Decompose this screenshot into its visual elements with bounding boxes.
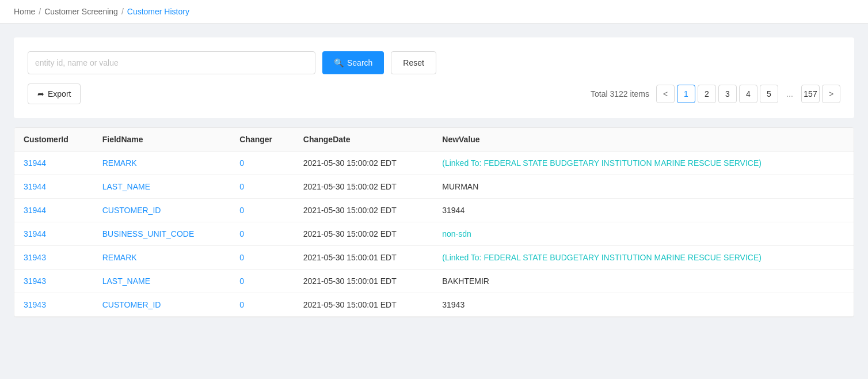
table-row: 31944REMARK02021-05-30 15:00:02 EDT(Link…: [14, 151, 854, 175]
last-page-button[interactable]: 157: [801, 85, 820, 103]
cell-changer: 0: [230, 246, 294, 270]
pagination-info: Total 3122 items: [591, 89, 649, 98]
cell-change-date: 2021-05-30 15:00:02 EDT: [294, 222, 433, 246]
cell-new-value: MURMAN: [433, 175, 854, 199]
toolbar-row: ➦ Export Total 3122 items < 1 2 3 4 5 ..…: [28, 84, 840, 104]
cell-field-name[interactable]: CUSTOMER_ID: [93, 293, 230, 317]
cell-new-value: BAKHTEMIR: [433, 270, 854, 293]
breadcrumb-home[interactable]: Home: [14, 7, 35, 16]
cell-new-value: non-sdn: [433, 222, 854, 246]
cell-field-name[interactable]: CUSTOMER_ID: [93, 199, 230, 222]
export-button[interactable]: ➦ Export: [28, 84, 81, 104]
cell-change-date: 2021-05-30 15:00:01 EDT: [294, 270, 433, 293]
table-row: 31944LAST_NAME02021-05-30 15:00:02 EDTMU…: [14, 175, 854, 199]
breadcrumb-current: Customer History: [127, 7, 189, 16]
col-customer-id: CustomerId: [14, 128, 93, 151]
table-row: 31943CUSTOMER_ID02021-05-30 15:00:01 EDT…: [14, 293, 854, 317]
cell-new-value: (Linked To: FEDERAL STATE BUDGETARY INST…: [433, 151, 854, 175]
page-3-button[interactable]: 3: [718, 85, 737, 103]
cell-field-name[interactable]: LAST_NAME: [93, 270, 230, 293]
cell-field-name[interactable]: REMARK: [93, 246, 230, 270]
data-table: CustomerId FieldName Changer ChangeDate …: [14, 128, 854, 317]
cell-customer-id[interactable]: 31943: [14, 246, 93, 270]
prev-page-button[interactable]: <: [656, 85, 675, 103]
cell-changer: 0: [230, 270, 294, 293]
cell-changer: 0: [230, 293, 294, 317]
search-row: 🔍 Search Reset: [28, 51, 840, 74]
table-section: CustomerId FieldName Changer ChangeDate …: [14, 127, 854, 317]
breadcrumb-sep1: /: [39, 7, 41, 16]
cell-change-date: 2021-05-30 15:00:01 EDT: [294, 246, 433, 270]
breadcrumb-customer-screening[interactable]: Customer Screening: [44, 7, 118, 16]
cell-change-date: 2021-05-30 15:00:01 EDT: [294, 293, 433, 317]
breadcrumb-sep2: /: [121, 7, 124, 16]
col-field-name: FieldName: [93, 128, 230, 151]
search-input[interactable]: [28, 51, 315, 74]
cell-new-value: 31943: [433, 293, 854, 317]
export-label: Export: [48, 89, 71, 98]
cell-new-value: 31944: [433, 199, 854, 222]
page-1-button[interactable]: 1: [677, 85, 695, 103]
page-2-button[interactable]: 2: [698, 85, 716, 103]
cell-new-value: (Linked To: FEDERAL STATE BUDGETARY INST…: [433, 246, 854, 270]
cell-customer-id[interactable]: 31944: [14, 222, 93, 246]
export-icon: ➦: [37, 89, 44, 98]
col-changer: Changer: [230, 128, 294, 151]
cell-change-date: 2021-05-30 15:00:02 EDT: [294, 151, 433, 175]
pagination-ellipsis: ...: [781, 85, 799, 103]
main-content: 🔍 Search Reset ➦ Export Total 3122 items…: [0, 24, 868, 331]
next-page-button[interactable]: >: [822, 85, 840, 103]
top-bar: Home / Customer Screening / Customer His…: [0, 0, 868, 24]
col-new-value: NewValue: [433, 128, 854, 151]
search-icon: 🔍: [334, 58, 344, 67]
table-header-row: CustomerId FieldName Changer ChangeDate …: [14, 128, 854, 151]
table-row: 31943LAST_NAME02021-05-30 15:00:01 EDTBA…: [14, 270, 854, 293]
table-row: 31944BUSINESS_UNIT_CODE02021-05-30 15:00…: [14, 222, 854, 246]
cell-change-date: 2021-05-30 15:00:02 EDT: [294, 199, 433, 222]
cell-customer-id[interactable]: 31944: [14, 175, 93, 199]
search-section: 🔍 Search Reset ➦ Export Total 3122 items…: [14, 37, 854, 118]
table-row: 31943REMARK02021-05-30 15:00:01 EDT(Link…: [14, 246, 854, 270]
reset-label: Reset: [403, 58, 424, 67]
page-5-button[interactable]: 5: [760, 85, 778, 103]
col-change-date: ChangeDate: [294, 128, 433, 151]
search-label: Search: [347, 58, 372, 67]
cell-customer-id[interactable]: 31943: [14, 293, 93, 317]
cell-changer: 0: [230, 175, 294, 199]
cell-customer-id[interactable]: 31943: [14, 270, 93, 293]
search-button[interactable]: 🔍 Search: [322, 51, 384, 74]
cell-customer-id[interactable]: 31944: [14, 199, 93, 222]
cell-field-name[interactable]: BUSINESS_UNIT_CODE: [93, 222, 230, 246]
pagination: Total 3122 items < 1 2 3 4 5 ... 157 >: [591, 85, 840, 103]
cell-changer: 0: [230, 199, 294, 222]
page-4-button[interactable]: 4: [739, 85, 757, 103]
cell-customer-id[interactable]: 31944: [14, 151, 93, 175]
cell-change-date: 2021-05-30 15:00:02 EDT: [294, 175, 433, 199]
cell-field-name[interactable]: LAST_NAME: [93, 175, 230, 199]
table-row: 31944CUSTOMER_ID02021-05-30 15:00:02 EDT…: [14, 199, 854, 222]
cell-field-name[interactable]: REMARK: [93, 151, 230, 175]
cell-changer: 0: [230, 151, 294, 175]
cell-changer: 0: [230, 222, 294, 246]
breadcrumb: Home / Customer Screening / Customer His…: [14, 7, 854, 16]
reset-button[interactable]: Reset: [391, 51, 436, 74]
